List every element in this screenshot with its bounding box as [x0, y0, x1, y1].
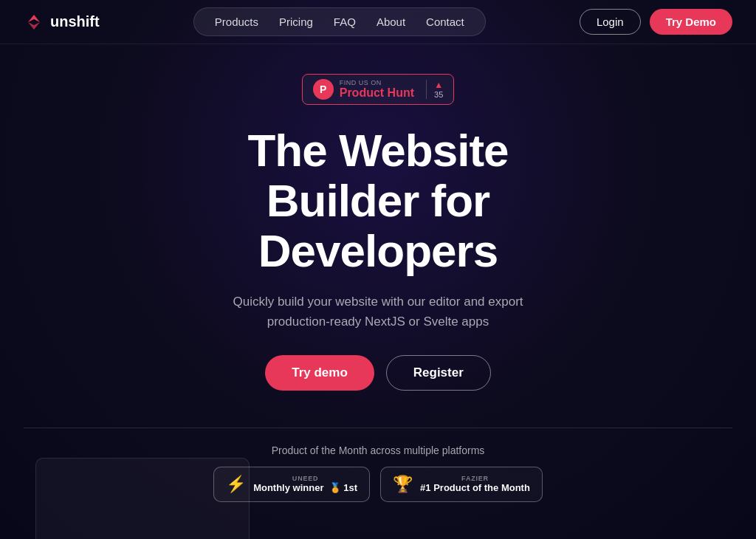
brand-name: unshift — [50, 13, 100, 30]
nav-link-faq[interactable]: FAQ — [325, 13, 365, 31]
nav-link-products[interactable]: Products — [206, 13, 267, 31]
potm-label: Product of the Month across multiple pla… — [272, 444, 485, 456]
svg-marker-1 — [28, 22, 40, 30]
fazier-icon: 🏆 — [393, 475, 413, 494]
ph-vote-count: 35 — [434, 90, 443, 99]
product-hunt-badge[interactable]: P FIND US ON Product Hunt ▲ 35 — [302, 74, 455, 105]
fazier-text: FAZIER #1 Product of the Month — [420, 475, 530, 493]
potm-badges: ⚡ UNEED Monthly winner 🏅 1st 🏆 FAZIER #1… — [213, 467, 543, 502]
logo[interactable]: unshift — [24, 12, 100, 32]
ph-votes: ▲ 35 — [426, 80, 443, 99]
hero-heading-line2: Builder for — [267, 175, 489, 226]
uneed-text: UNEED Monthly winner 🏅 1st — [253, 475, 357, 493]
login-button[interactable]: Login — [580, 9, 641, 35]
uneed-platform: UNEED — [253, 475, 357, 482]
try-demo-button[interactable]: Try demo — [265, 355, 374, 391]
potm-section: Product of the Month across multiple pla… — [213, 444, 543, 502]
nav-links: Products Pricing FAQ About Contact — [193, 7, 486, 36]
uneed-icon: ⚡ — [226, 475, 246, 494]
product-hunt-text: FIND US ON Product Hunt — [340, 79, 414, 100]
ph-find-us-label: FIND US ON — [340, 79, 382, 86]
nav-link-contact[interactable]: Contact — [417, 13, 473, 31]
svg-marker-0 — [28, 15, 40, 22]
product-hunt-icon: P — [313, 79, 334, 100]
fazier-platform: FAZIER — [420, 475, 530, 482]
cta-group: Try demo Register — [265, 355, 491, 391]
hero-subtext: Quickly build your website with our edit… — [201, 292, 555, 332]
hero-heading-line1: The Website — [247, 125, 508, 176]
nav-link-about[interactable]: About — [368, 13, 414, 31]
section-divider — [24, 428, 732, 428]
nav-actions: Login Try Demo — [580, 9, 732, 35]
potm-badge-uneed[interactable]: ⚡ UNEED Monthly winner 🏅 1st — [213, 467, 370, 502]
nav-link-pricing[interactable]: Pricing — [270, 13, 322, 31]
hero-section: P FIND US ON Product Hunt ▲ 35 The Websi… — [0, 44, 756, 502]
uneed-title: Monthly winner 🏅 1st — [253, 482, 357, 493]
logo-icon — [24, 12, 44, 32]
try-demo-nav-button[interactable]: Try Demo — [650, 9, 732, 35]
fazier-title: #1 Product of the Month — [420, 482, 530, 493]
hero-heading: The Website Builder for Developers — [247, 126, 508, 277]
navbar: unshift Products Pricing FAQ About Conta… — [0, 0, 756, 44]
potm-badge-fazier[interactable]: 🏆 FAZIER #1 Product of the Month — [380, 467, 543, 502]
ph-brand-label: Product Hunt — [340, 86, 414, 100]
hero-heading-line3: Developers — [258, 225, 498, 276]
register-button[interactable]: Register — [386, 355, 491, 391]
